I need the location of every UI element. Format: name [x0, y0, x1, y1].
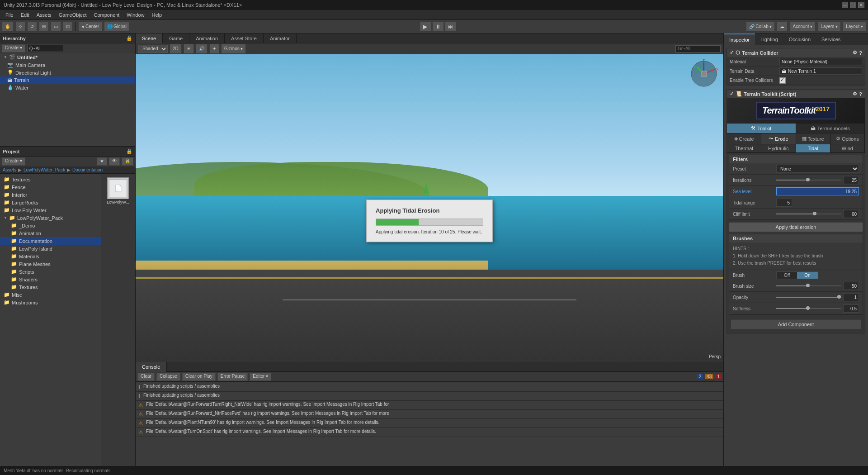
menu-file[interactable]: File — [2, 11, 17, 19]
clifflimit-value[interactable] — [843, 210, 859, 218]
collab-btn[interactable]: 🔗 Collab ▾ — [746, 22, 775, 32]
iterations-value[interactable] — [843, 176, 859, 184]
editor-btn[interactable]: Editor ▾ — [250, 373, 271, 381]
clifflimit-slider-thumb[interactable] — [813, 212, 816, 215]
softness-slider[interactable] — [776, 308, 841, 309]
transform-hand-btn[interactable]: ✋ — [2, 22, 14, 32]
project-item-documentation[interactable]: 📁 Documentation — [0, 237, 101, 245]
menu-help[interactable]: Help — [148, 11, 165, 19]
layout-btn[interactable]: Layout ▾ — [843, 22, 866, 32]
project-lock-btn[interactable]: 🔒 — [126, 148, 132, 154]
iterations-slider[interactable] — [776, 180, 841, 180]
project-item-mushrooms[interactable]: 📁 Mushrooms — [0, 299, 101, 306]
breadcrumb-pack[interactable]: LowPolyWater_Pack — [24, 167, 65, 172]
transform-rotate-btn[interactable]: ↺ — [27, 22, 37, 32]
project-item-scripts[interactable]: 📁 Scripts — [0, 268, 101, 276]
transform-move-btn[interactable]: ⊹ — [15, 22, 25, 32]
project-item-fence[interactable]: 📁 Fence — [0, 183, 101, 191]
softness-value[interactable] — [843, 304, 859, 313]
erode-tab-thermal[interactable]: Thermal — [727, 144, 761, 152]
tab-assetstore[interactable]: Asset Store — [225, 33, 264, 43]
tab-lighting[interactable]: Lighting — [755, 33, 783, 45]
hierarchy-item-untitled[interactable]: ▼ 🎬 Untitled* — [0, 53, 135, 61]
breadcrumb-assets[interactable]: Assets — [3, 167, 16, 172]
project-item-textures2[interactable]: 📁 Textures — [0, 283, 101, 291]
console-entry[interactable]: ⚠ File 'DefaultAvatar@RunForwardTurnRigh… — [136, 401, 723, 410]
project-item-textures[interactable]: 📁 Textures — [0, 176, 101, 183]
section-help-icon[interactable]: ? — [859, 50, 862, 56]
menu-assets[interactable]: Assets — [33, 11, 55, 19]
step-btn[interactable]: ⏭ — [445, 22, 457, 32]
project-file-item[interactable]: 📄 LowPolyW... — [104, 177, 132, 204]
hierarchy-item-water[interactable]: 💧 Water — [0, 84, 135, 91]
project-item-pack[interactable]: ▼ 📁 LowPolyWater_Pack — [0, 214, 101, 222]
transform-all-btn[interactable]: ⊡ — [63, 22, 73, 32]
brushsize-value[interactable] — [843, 282, 859, 290]
project-item-lowpolywater[interactable]: 📁 Low Poly Water — [0, 206, 101, 214]
sealevel-value[interactable] — [776, 187, 859, 195]
sub-tab-options[interactable]: ⚙ Options — [830, 133, 865, 144]
cloud-btn[interactable]: ☁ — [777, 22, 788, 32]
tab-scene[interactable]: Scene — [136, 33, 163, 43]
project-fav-btn[interactable]: ★ — [97, 157, 107, 166]
maximize-btn[interactable]: □ — [850, 2, 856, 8]
tab-inspector[interactable]: Inspector — [724, 33, 755, 45]
breadcrumb-docs[interactable]: Documentation — [72, 167, 103, 172]
tab-console[interactable]: Console — [136, 362, 167, 372]
error-pause-btn[interactable]: Error Pause — [217, 373, 248, 381]
toolkit-checkbox[interactable]: ✓ — [730, 91, 734, 97]
project-lock-btn2[interactable]: 🔒 — [122, 157, 133, 166]
sub-tab-texture[interactable]: ▦ Texture — [796, 133, 830, 144]
project-create-btn[interactable]: Create ▾ — [2, 157, 25, 166]
lighting-btn[interactable]: ☀ — [184, 44, 194, 54]
iterations-slider-thumb[interactable] — [806, 178, 810, 181]
brush-on-opt[interactable]: On — [797, 272, 817, 279]
sub-tab-erode[interactable]: 〜 Erode — [761, 133, 796, 144]
tab-animation[interactable]: Animation — [189, 33, 225, 43]
add-component-btn[interactable]: Add Component — [731, 319, 861, 329]
project-eye-btn[interactable]: 👁 — [109, 157, 120, 166]
console-entry[interactable]: ℹ Finished updating scripts / assemblies — [136, 383, 723, 392]
collapse-btn[interactable]: Collapse — [156, 373, 180, 381]
clear-btn[interactable]: Clear — [137, 373, 155, 381]
account-btn[interactable]: Account ▾ — [789, 22, 816, 32]
shading-mode-select[interactable]: Shaded — [138, 45, 168, 53]
toolkit-help-icon[interactable]: ? — [859, 91, 862, 97]
sealevel-label[interactable]: Sea level — [733, 189, 774, 194]
play-btn[interactable]: ▶ — [420, 22, 431, 32]
scene-search[interactable] — [675, 45, 721, 52]
audio-btn[interactable]: 🔊 — [196, 44, 208, 54]
menu-window[interactable]: Window — [123, 11, 148, 19]
hierarchy-lock-btn[interactable]: 🔒 — [126, 35, 132, 41]
menu-edit[interactable]: Edit — [17, 11, 33, 19]
hierarchy-item-directionallight[interactable]: 💡 Directional Light — [0, 69, 135, 76]
console-entry[interactable]: ⚠ File 'DefaultAvatar@PlantNTurn90' has … — [136, 419, 723, 428]
hierarchy-create-btn[interactable]: Create ▾ — [2, 44, 25, 52]
project-item-interior[interactable]: 📁 Interior — [0, 191, 101, 199]
global-btn[interactable]: 🌐 Global — [104, 22, 130, 32]
hierarchy-search[interactable] — [27, 45, 63, 52]
transform-rect-btn[interactable]: ▭ — [51, 22, 61, 32]
project-item-demo[interactable]: 📁 _Demo — [0, 222, 101, 229]
menu-component[interactable]: Component — [90, 11, 123, 19]
erode-tab-hydraulic[interactable]: Hydraulic — [761, 144, 796, 152]
clear-on-play-btn[interactable]: Clear on Play — [182, 373, 216, 381]
project-item-planemeshes[interactable]: 📁 Plane Meshes — [0, 260, 101, 268]
sub-tab-create[interactable]: ◈ Create — [727, 133, 761, 144]
opacity-slider[interactable] — [776, 297, 841, 298]
section-settings-icon[interactable]: ⚙ — [853, 50, 857, 56]
checkbox-icon[interactable]: ✓ — [730, 50, 734, 56]
transform-scale-btn[interactable]: ⊞ — [39, 22, 49, 32]
center-btn[interactable]: ● Center — [79, 22, 102, 32]
hierarchy-item-maincamera[interactable]: 📷 Main Camera — [0, 61, 135, 69]
clifflimit-slider[interactable] — [776, 214, 841, 214]
apply-tidal-btn[interactable]: Apply tidal erosion — [729, 222, 863, 232]
tidalrange-value[interactable] — [776, 199, 792, 207]
brushsize-slider[interactable] — [776, 285, 841, 286]
preset-select[interactable]: None — [776, 165, 859, 173]
menu-gameobject[interactable]: GameObject — [55, 11, 90, 19]
project-item-animation[interactable]: 📁 Animation — [0, 229, 101, 237]
brush-off-opt[interactable]: Off — [777, 272, 797, 279]
project-item-materials[interactable]: 📁 Materials — [0, 252, 101, 260]
minimize-btn[interactable]: — — [842, 2, 848, 8]
